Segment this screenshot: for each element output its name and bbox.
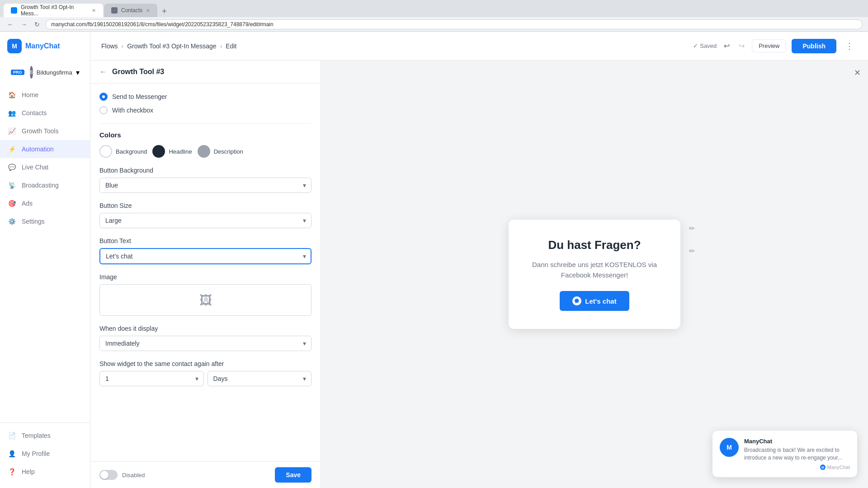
home-icon: 🏠 [7, 90, 16, 99]
enable-toggle[interactable] [99, 470, 118, 480]
live-chat-icon: 💬 [7, 163, 16, 172]
widget-again-number[interactable]: 1 7 30 [99, 371, 204, 386]
panel-back-button[interactable]: ← [99, 68, 107, 76]
undo-button[interactable]: ↩ [722, 41, 731, 51]
colors-divider [99, 123, 311, 124]
sidebar-item-growth-tools[interactable]: 📈 Growth Tools [0, 122, 90, 140]
color-description[interactable]: Description [198, 145, 243, 158]
left-panel: ← Growth Tool #3 Send to Messenger With … [90, 61, 321, 488]
preview-button[interactable]: Preview [752, 39, 786, 52]
footer-brand: ManyChat [827, 465, 850, 470]
notif-footer: M ManyChat [744, 465, 850, 470]
tab-contacts[interactable]: Contacts ✕ [104, 4, 157, 17]
button-text-section: Button Text Let's chat Send Message Get … [99, 237, 311, 264]
topbar: Flows › Growth Tool #3 Opt-In Message › … [90, 32, 868, 61]
sidebar-item-home[interactable]: 🏠 Home [0, 86, 90, 104]
color-label-background: Background [116, 148, 147, 155]
edit-title-button[interactable]: ✏ [689, 224, 695, 233]
tab-close-2[interactable]: ✕ [146, 8, 150, 14]
workspace-chevron: ▾ [76, 68, 80, 77]
redo-button[interactable]: ↪ [737, 41, 746, 51]
workspace-avatar: B [30, 66, 33, 79]
breadcrumb-current: Edit [226, 42, 236, 50]
new-tab-button[interactable]: + [158, 6, 170, 17]
settings-icon: ⚙️ [7, 217, 16, 226]
reload-button[interactable]: ↻ [33, 20, 42, 29]
sidebar-item-growth-tools-label: Growth Tools [22, 127, 58, 135]
workspace-name: Bildungsfirma [37, 69, 72, 76]
sidebar-item-templates-label: Templates [22, 432, 51, 439]
button-bg-select[interactable]: Blue White Dark [99, 178, 311, 193]
saved-text: Saved [700, 42, 717, 49]
sidebar-logo-area: M ManyChat [0, 39, 90, 62]
radio-send-to-messenger[interactable]: Send to Messenger [99, 93, 311, 101]
ads-icon: 🎯 [7, 199, 16, 208]
radio-label-checkbox: With checkbox [112, 107, 153, 114]
display-label: When does it display [99, 325, 311, 332]
notif-content: ManyChat Broadcasting is back! We are ex… [744, 438, 850, 470]
tab-close-1[interactable]: ✕ [92, 8, 96, 14]
sidebar-item-contacts-label: Contacts [22, 109, 47, 117]
sidebar-nav: 🏠 Home 👥 Contacts 📈 Growth Tools ⚡ Autom… [0, 86, 90, 422]
sidebar-item-ads[interactable]: 🎯 Ads [0, 194, 90, 212]
image-upload[interactable]: 🖼 [99, 284, 311, 316]
sidebar-item-my-profile[interactable]: 👤 My Profile [0, 445, 90, 463]
color-swatch-background [99, 145, 112, 158]
sidebar-item-automation[interactable]: ⚡ Automation [0, 140, 90, 158]
radio-with-checkbox[interactable]: With checkbox [99, 106, 311, 114]
messenger-icon [572, 296, 581, 305]
tab-growth-tool[interactable]: Growth Tool #3 Opt-In Mess... ✕ [4, 4, 103, 17]
breadcrumb-tool[interactable]: Growth Tool #3 Opt-In Message [127, 42, 216, 50]
edit-desc-button[interactable]: ✏ [689, 247, 695, 255]
button-size-select[interactable]: Small Medium Large [99, 213, 311, 228]
color-headline[interactable]: Headline [152, 145, 192, 158]
sidebar-item-broadcasting[interactable]: 📡 Broadcasting [0, 176, 90, 194]
widget-again-period[interactable]: Days Weeks [208, 371, 312, 386]
sidebar-item-templates[interactable]: 📄 Templates [0, 427, 90, 445]
breadcrumb-flows[interactable]: Flows [101, 42, 118, 50]
preview-area: ✕ ✏ ✏ Du hast Fragen? Dann schreibe uns … [321, 61, 868, 488]
sidebar-item-contacts[interactable]: 👥 Contacts [0, 104, 90, 122]
broadcasting-icon: 📡 [7, 181, 16, 190]
main-content: Flows › Growth Tool #3 Opt-In Message › … [90, 32, 868, 488]
notification-popup: M ManyChat Broadcasting is back! We are … [712, 431, 857, 477]
saved-badge: ✓ Saved [693, 42, 717, 49]
widget-again-number-wrapper: 1 7 30 [99, 371, 204, 386]
sidebar-item-help[interactable]: ❓ Help [0, 463, 90, 481]
contacts-icon: 👥 [7, 108, 16, 117]
breadcrumb-sep-2: › [220, 42, 222, 50]
tab-label-1: Growth Tool #3 Opt-In Mess... [21, 4, 88, 17]
editor-area: ← Growth Tool #3 Send to Messenger With … [90, 61, 868, 488]
widget-cta-button[interactable]: Let's chat [560, 291, 629, 311]
workspace-selector[interactable]: PRO B Bildungsfirma ▾ [4, 62, 86, 82]
back-button[interactable]: ← [5, 20, 15, 29]
tab-bar: Growth Tool #3 Opt-In Mess... ✕ Contacts… [0, 0, 868, 17]
breadcrumb-sep-1: › [122, 42, 124, 50]
sidebar-item-live-chat[interactable]: 💬 Live Chat [0, 158, 90, 176]
sidebar-item-broadcasting-label: Broadcasting [22, 182, 59, 189]
logo-icon: M [7, 39, 22, 53]
my-profile-icon: 👤 [7, 449, 16, 458]
image-label: Image [99, 273, 311, 281]
button-text-label: Button Text [99, 237, 311, 244]
widget-again-inputs: 1 7 30 Days Weeks [99, 371, 311, 386]
forward-button[interactable]: → [19, 20, 29, 29]
address-input[interactable] [45, 19, 863, 29]
breadcrumb: Flows › Growth Tool #3 Opt-In Message › … [101, 42, 236, 50]
more-options-button[interactable]: ⋮ [842, 39, 857, 53]
sidebar-item-settings[interactable]: ⚙️ Settings [0, 212, 90, 230]
browser-chrome: Growth Tool #3 Opt-In Mess... ✕ Contacts… [0, 0, 868, 32]
color-background[interactable]: Background [99, 145, 147, 158]
close-preview-button[interactable]: ✕ [854, 68, 861, 78]
save-button[interactable]: Save [275, 467, 311, 483]
automation-icon: ⚡ [7, 145, 16, 154]
display-select[interactable]: Immediately After 5 seconds After 10 sec… [99, 336, 311, 351]
image-upload-icon: 🖼 [199, 293, 212, 308]
colors-grid: Background Headline Description [99, 145, 311, 158]
color-label-description: Description [214, 148, 243, 155]
publish-button[interactable]: Publish [792, 39, 836, 53]
widget-again-section: Show widget to the same contact again af… [99, 360, 311, 386]
notif-sender: ManyChat [744, 438, 850, 445]
colors-section: Colors Background Headline [99, 131, 311, 158]
button-text-select[interactable]: Let's chat Send Message Get Started [99, 248, 311, 264]
